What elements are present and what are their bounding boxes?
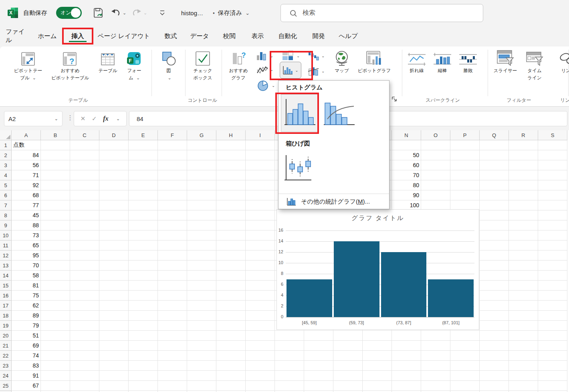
name-box-chevron-icon[interactable]: ⌄: [54, 116, 58, 121]
hierarchy-chart-icon[interactable]: [282, 51, 294, 61]
cell-E5[interactable]: [129, 180, 158, 190]
saved-indicator[interactable]: ● 保存済み ⌄: [210, 0, 250, 26]
cell-I14[interactable]: [246, 271, 275, 281]
cell-Q2[interactable]: [480, 150, 509, 160]
cell-N24[interactable]: [392, 371, 421, 381]
cell-C18[interactable]: [70, 311, 99, 321]
tab-file[interactable]: ファイル: [6, 28, 29, 44]
boxplot-option[interactable]: [281, 150, 319, 188]
cell-S17[interactable]: [538, 301, 567, 311]
tab-formulas[interactable]: 数式: [159, 28, 183, 44]
cell-A24[interactable]: 91: [12, 371, 41, 381]
cell-R11[interactable]: [509, 240, 538, 251]
cell-L22[interactable]: [333, 351, 363, 361]
cell-Q16[interactable]: [480, 291, 509, 301]
cell-O25[interactable]: [421, 381, 450, 391]
tab-developer[interactable]: 開発: [307, 28, 330, 44]
cell-O20[interactable]: [421, 331, 450, 341]
cell-B5[interactable]: [41, 180, 70, 190]
cell-I17[interactable]: [246, 301, 275, 311]
cell-P6[interactable]: [450, 190, 480, 200]
cell-O22[interactable]: [421, 351, 450, 361]
cell-M22[interactable]: [363, 351, 392, 361]
cell-R7[interactable]: [509, 200, 538, 210]
cell-D6[interactable]: [99, 190, 129, 200]
cell-Q20[interactable]: [480, 331, 509, 341]
cell-G22[interactable]: [187, 351, 216, 361]
cell-C11[interactable]: [70, 240, 99, 251]
map-button[interactable]: マップ: [331, 49, 353, 75]
timeline-button[interactable]: タイムライン: [523, 49, 547, 82]
column-header-C[interactable]: C: [70, 130, 99, 140]
cell-H7[interactable]: [216, 200, 246, 210]
column-header-O[interactable]: O: [421, 130, 450, 140]
column-header-S[interactable]: S: [538, 130, 567, 140]
cell-F7[interactable]: [158, 200, 187, 210]
cell-E9[interactable]: [129, 220, 158, 230]
cell-I4[interactable]: [246, 170, 275, 180]
cell-I25[interactable]: [246, 381, 275, 391]
cell-G9[interactable]: [187, 220, 216, 230]
cell-F4[interactable]: [158, 170, 187, 180]
cell-R12[interactable]: [509, 251, 538, 261]
cell-G14[interactable]: [187, 271, 216, 281]
cell-B22[interactable]: [41, 351, 70, 361]
slicer-button[interactable]: スライサー: [492, 49, 519, 75]
cell-I18[interactable]: [246, 311, 275, 321]
cell-R18[interactable]: [509, 311, 538, 321]
cell-R3[interactable]: [509, 160, 538, 170]
cell-I9[interactable]: [246, 220, 275, 230]
cell-C14[interactable]: [70, 271, 99, 281]
tab-home[interactable]: ホーム: [35, 28, 59, 44]
cell-N4[interactable]: 70: [392, 170, 421, 180]
cell-J24[interactable]: [275, 371, 304, 381]
cell-I10[interactable]: [246, 230, 275, 240]
cell-A21[interactable]: 69: [12, 341, 41, 351]
cell-E19[interactable]: [129, 321, 158, 331]
cell-K23[interactable]: [304, 361, 333, 371]
tab-view[interactable]: 表示: [246, 28, 269, 44]
cell-B3[interactable]: [41, 160, 70, 170]
column-header-G[interactable]: G: [187, 130, 216, 140]
cell-I6[interactable]: [246, 190, 275, 200]
row-header-21[interactable]: 21: [0, 341, 12, 351]
cell-E8[interactable]: [129, 210, 158, 220]
more-statistic-charts-item[interactable]: その他の統計グラフ(M)...: [278, 194, 389, 209]
cell-E14[interactable]: [129, 271, 158, 281]
cell-S11[interactable]: [538, 240, 567, 251]
cell-B14[interactable]: [41, 271, 70, 281]
recommended-pivot-button[interactable]: ? おすすめピボットテーブル: [47, 49, 93, 82]
cell-M24[interactable]: [363, 371, 392, 381]
cell-Q1[interactable]: [480, 140, 509, 150]
cell-H1[interactable]: [216, 140, 246, 150]
cell-C2[interactable]: [70, 150, 99, 160]
sparkline-column-button[interactable]: 縦棒: [431, 49, 454, 75]
cell-O6[interactable]: [421, 190, 450, 200]
search-box[interactable]: 検索: [280, 4, 483, 22]
cell-O1[interactable]: [421, 140, 450, 150]
column-header-A[interactable]: A: [12, 130, 41, 140]
cell-D8[interactable]: [99, 210, 129, 220]
cell-I3[interactable]: [246, 160, 275, 170]
cell-G7[interactable]: [187, 200, 216, 210]
cell-F5[interactable]: [158, 180, 187, 190]
row-header-23[interactable]: 23: [0, 361, 12, 371]
cell-R8[interactable]: [509, 210, 538, 220]
cell-H5[interactable]: [216, 180, 246, 190]
tab-review[interactable]: 校閲: [217, 28, 241, 44]
row-header-3[interactable]: 3: [0, 160, 12, 170]
cell-R20[interactable]: [509, 331, 538, 341]
cell-H8[interactable]: [216, 210, 246, 220]
cell-I11[interactable]: [246, 240, 275, 251]
cell-E10[interactable]: [129, 230, 158, 240]
chart-bar-0[interactable]: [287, 279, 332, 317]
cell-R6[interactable]: [509, 190, 538, 200]
row-header-22[interactable]: 22: [0, 351, 12, 361]
tab-insert[interactable]: 挿入: [62, 28, 93, 44]
cell-G25[interactable]: [187, 381, 216, 391]
cell-K25[interactable]: [304, 381, 333, 391]
cell-P23[interactable]: [450, 361, 480, 371]
cell-P5[interactable]: [450, 180, 480, 190]
cell-Q13[interactable]: [480, 261, 509, 271]
cell-Q5[interactable]: [480, 180, 509, 190]
